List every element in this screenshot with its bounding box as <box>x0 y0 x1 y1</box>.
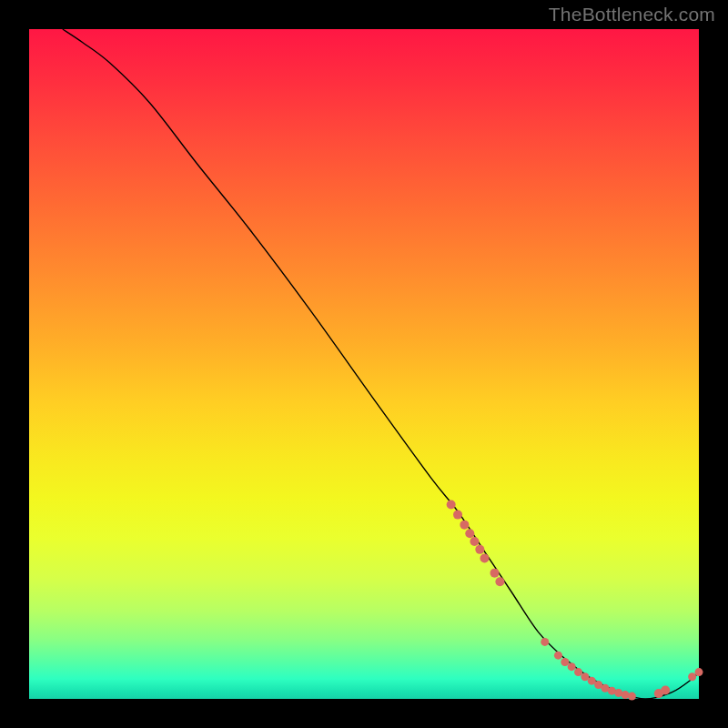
marker-point <box>475 545 484 554</box>
bottleneck-curve <box>63 29 699 699</box>
marker-point <box>661 685 670 694</box>
marker-point <box>628 693 636 701</box>
marker-point <box>480 553 489 562</box>
marker-point <box>470 537 479 546</box>
marker-point <box>695 668 703 676</box>
marker-point <box>574 668 582 676</box>
marker-point <box>568 662 576 671</box>
watermark-text: TheBottleneck.com <box>549 4 715 25</box>
marker-point <box>490 569 500 578</box>
marker-point <box>447 500 456 510</box>
marker-point <box>460 521 469 530</box>
chart-svg <box>29 29 699 699</box>
chart-frame: TheBottleneck.com <box>0 0 728 728</box>
marker-point <box>541 638 549 646</box>
marker-point <box>465 529 474 538</box>
marker-point <box>688 672 696 681</box>
marker-point <box>495 577 504 586</box>
marker-point <box>554 652 562 660</box>
marker-point <box>453 511 462 520</box>
marker-point <box>561 658 569 666</box>
plot-area <box>29 29 699 699</box>
markers-group <box>447 500 703 701</box>
